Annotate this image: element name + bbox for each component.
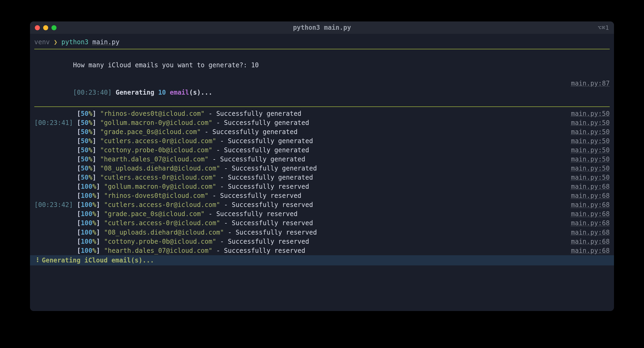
source-ref: main.py:68 xyxy=(571,209,610,219)
percent-value: 50 xyxy=(81,110,88,117)
status-bar: ⠸ Generating iCloud email(s)... xyxy=(30,255,614,265)
source-ref: main.py:50 xyxy=(571,155,610,164)
email-address: "cottony.probe-0b@icloud.com" xyxy=(104,238,216,245)
percent-value: 50 xyxy=(81,146,88,154)
percent-sign: % xyxy=(92,247,96,254)
bracket-close: ] xyxy=(96,210,100,218)
percent-value: 50 xyxy=(81,174,88,181)
bracket-open: [ xyxy=(77,137,81,145)
source-ref: main.py:50 xyxy=(571,127,610,136)
spinner-icon: ⠸ xyxy=(34,256,39,265)
terminal-body[interactable]: venv ❯ python3 main.py How many iCloud e… xyxy=(30,34,614,311)
bracket-open: [ xyxy=(77,110,81,117)
percent-sign: % xyxy=(92,183,96,190)
bracket-close: ] xyxy=(96,229,100,236)
minimize-icon[interactable] xyxy=(43,25,48,30)
bracket-close: ] xyxy=(92,137,96,145)
status-text: - Successfully reserved xyxy=(205,210,298,218)
command-argument: main.py xyxy=(92,38,119,46)
email-address: "08_uploads.diehard@icloud.com" xyxy=(100,165,220,172)
email-address: "gollum.macron-0y@icloud.com" xyxy=(100,119,212,127)
timestamp xyxy=(34,146,73,154)
percent-value: 50 xyxy=(81,137,88,145)
bracket-close: ] xyxy=(96,247,100,254)
percent-value: 100 xyxy=(81,210,92,218)
source-ref: main.py:68 xyxy=(571,182,610,191)
divider xyxy=(34,106,610,107)
divider xyxy=(34,49,610,49)
prompt-chevron-icon: ❯ xyxy=(54,38,57,46)
timestamp xyxy=(34,247,73,254)
bracket-close: ] xyxy=(92,146,96,154)
titlebar: python3 main.py ⌥⌘1 xyxy=(30,21,614,34)
bracket-close: ] xyxy=(96,192,100,199)
log-row: [50%] "cottony.probe-0b@icloud.com" - Su… xyxy=(34,146,610,155)
email-address: "cutlers.access-0r@icloud.com" xyxy=(104,219,220,227)
venv-label: venv xyxy=(34,38,50,46)
timestamp xyxy=(34,183,73,190)
log-row: [50%] "cutlers.access-0r@icloud.com" - S… xyxy=(34,136,610,146)
bracket-open: [ xyxy=(77,128,81,136)
log-row: [100%] "gollum.macron-0y@icloud.com" - S… xyxy=(34,182,610,191)
maximize-icon[interactable] xyxy=(51,25,57,30)
timestamp xyxy=(34,128,73,136)
generating-header-line: [00:23:40] Generating 10 email(s)... mai… xyxy=(34,79,610,106)
status-text: - Successfully reserved xyxy=(220,219,313,227)
percent-sign: % xyxy=(92,219,96,227)
status-text: - Successfully generated xyxy=(212,119,309,127)
source-ref: main.py:50 xyxy=(571,164,610,173)
status-text: - Successfully reserved xyxy=(212,247,305,254)
timestamp xyxy=(34,110,73,117)
log-row: [100%] "cottony.probe-0b@icloud.com" - S… xyxy=(34,237,610,246)
source-ref: main.py:68 xyxy=(571,246,610,255)
percent-sign: % xyxy=(88,165,92,172)
source-ref: main.py:68 xyxy=(571,200,610,209)
status-text: - Successfully reserved xyxy=(220,201,313,209)
email-address: "rhinos-doves0t@icloud.com" xyxy=(100,110,205,117)
bracket-open: [ xyxy=(77,146,81,154)
close-icon[interactable] xyxy=(35,25,40,30)
percent-sign: % xyxy=(88,119,92,127)
percent-sign: % xyxy=(88,128,92,136)
email-address: "hearth.dales_07@icloud.com" xyxy=(104,247,212,254)
percent-value: 100 xyxy=(81,229,92,236)
email-address: "cottony.probe-0b@icloud.com" xyxy=(100,146,212,154)
log-row: [50%] "08_uploads.diehard@icloud.com" - … xyxy=(34,164,610,173)
percent-sign: % xyxy=(88,137,92,145)
log-row: [100%] "hearth.dales_07@icloud.com" - Su… xyxy=(34,246,610,255)
log-row: [50%] "cutlers.access-0r@icloud.com" - S… xyxy=(34,173,610,182)
percent-value: 50 xyxy=(81,156,88,163)
email-address: "rhinos-doves0t@icloud.com" xyxy=(104,192,208,199)
percent-sign: % xyxy=(92,210,96,218)
timestamp: [00:23:42] xyxy=(34,201,73,209)
bracket-open: [ xyxy=(77,238,81,245)
bracket-open: [ xyxy=(77,201,81,209)
status-text: - Successfully reserved xyxy=(224,229,317,236)
source-ref: main.py:50 xyxy=(571,146,610,155)
generating-tail: (s)... xyxy=(189,89,212,96)
percent-value: 100 xyxy=(81,183,92,190)
traffic-lights xyxy=(35,25,57,30)
window-title: python3 main.py xyxy=(30,24,614,31)
percent-value: 100 xyxy=(81,247,92,254)
source-ref: main.py:68 xyxy=(571,219,610,228)
bracket-close: ] xyxy=(92,174,96,181)
source-ref: main.py:50 xyxy=(571,173,610,182)
bracket-close: ] xyxy=(96,201,100,209)
status-text: Generating iCloud email(s)... xyxy=(42,256,154,265)
email-keyword: email xyxy=(170,89,189,96)
percent-value: 100 xyxy=(81,238,92,245)
log-rows: [50%] "rhinos-doves0t@icloud.com" - Succ… xyxy=(30,109,614,255)
bracket-open: [ xyxy=(77,119,81,127)
email-address: "08_uploads.diehard@icloud.com" xyxy=(104,229,224,236)
timestamp xyxy=(34,219,73,227)
source-ref: main.py:68 xyxy=(571,228,610,237)
bracket-close: ] xyxy=(96,183,100,190)
bracket-open: [ xyxy=(77,156,81,163)
log-row: [50%] "rhinos-doves0t@icloud.com" - Succ… xyxy=(34,109,610,118)
status-text: - Successfully reserved xyxy=(216,238,309,245)
source-ref: main.py:50 xyxy=(571,109,610,118)
percent-sign: % xyxy=(88,146,92,154)
email-address: "hearth.dales_07@icloud.com" xyxy=(100,156,209,163)
generating-word: Generating xyxy=(115,89,154,96)
